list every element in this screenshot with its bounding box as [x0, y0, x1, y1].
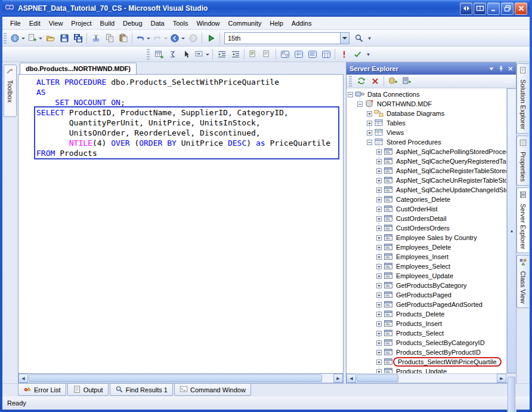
expand-icon[interactable]: +	[376, 235, 382, 241]
titlebar[interactable]: ASPNET_Data_Tutorial_70_CS - Microsoft V…	[2, 0, 530, 17]
menu-tools[interactable]: Tools	[169, 18, 193, 29]
scroll-right-icon[interactable]: ▶	[497, 374, 506, 383]
scroll-left-icon[interactable]: ◀	[347, 374, 356, 383]
tab-server-explorer[interactable]: Server Explorer	[516, 187, 529, 253]
toolbar-combobox[interactable]: 15th	[224, 32, 349, 44]
navigate-backward-icon[interactable]	[169, 32, 186, 45]
menu-project[interactable]: Project	[67, 18, 95, 29]
tree-item-getproductspagedandsorted[interactable]: +GetProductsPagedAndSorted	[348, 300, 506, 309]
scrollbar-thumb[interactable]	[508, 377, 515, 412]
expand-icon[interactable]: +	[367, 121, 372, 126]
tab-toolbox[interactable]: Toolbox	[4, 64, 17, 117]
tree-item-products-selectbyproductid[interactable]: +Products_SelectByProductID	[348, 348, 506, 357]
connect-database-icon[interactable]	[386, 75, 400, 88]
tab-output[interactable]: Output	[67, 384, 109, 396]
expand-icon[interactable]: +	[376, 331, 382, 336]
toolbar-grip[interactable]	[349, 76, 352, 87]
scrollbar-thumb[interactable]	[29, 374, 322, 382]
tree-item-getproductsbycategory[interactable]: +GetProductsByCategory	[348, 281, 506, 290]
show-sql-pane-icon[interactable]	[305, 48, 319, 61]
navigate-forward-icon[interactable]	[186, 32, 200, 45]
expand-icon[interactable]: +	[376, 178, 382, 183]
select-tool-icon[interactable]	[180, 48, 193, 61]
tree-item-employee-sales-by-country[interactable]: +Employee Sales by Country	[348, 233, 506, 242]
comment-icon[interactable]	[246, 48, 260, 61]
expand-icon[interactable]: +	[367, 130, 372, 136]
span-monitors-icon[interactable]	[474, 2, 486, 15]
move-to-monitor-icon[interactable]	[460, 2, 472, 15]
scrollbar-track[interactable]	[28, 374, 333, 383]
connect-server-icon[interactable]	[400, 75, 413, 88]
menu-data[interactable]: Data	[147, 18, 169, 29]
tree-item-products-select[interactable]: +Products_Select	[348, 328, 506, 338]
execute-sql-icon[interactable]	[337, 48, 351, 61]
expand-icon[interactable]: +	[367, 111, 372, 116]
scroll-up-icon[interactable]: ▲	[507, 88, 516, 373]
add-new-item-icon[interactable]	[26, 32, 44, 45]
tree-item-employees-update[interactable]: +Employees_Update	[348, 271, 506, 281]
expand-icon[interactable]: +	[376, 312, 382, 317]
show-results-pane-icon[interactable]	[319, 48, 333, 61]
scrollbar-thumb[interactable]	[357, 374, 398, 382]
expand-icon[interactable]: +	[376, 283, 382, 288]
tab-properties[interactable]: Properties	[516, 136, 529, 186]
tree-item-aspnet-sqlcachepollingstoredprocedure[interactable]: +AspNet_SqlCachePollingStoredProcedure	[348, 147, 506, 156]
expand-icon[interactable]: +	[376, 293, 382, 298]
toolbar-grip[interactable]	[4, 33, 7, 44]
tab-error-list[interactable]: Error List	[18, 384, 66, 396]
tree-item-northwnd-mdf[interactable]: −NORTHWND.MDF	[348, 99, 506, 109]
new-website-icon[interactable]	[9, 32, 26, 45]
expand-icon[interactable]: +	[376, 350, 382, 355]
expand-icon[interactable]: +	[376, 369, 382, 374]
open-file-icon[interactable]	[44, 32, 57, 45]
tree-item-categories-delete[interactable]: +Categories_Delete	[348, 195, 506, 204]
expand-icon[interactable]: +	[376, 149, 382, 155]
toolbar-options-icon[interactable]: ▾	[364, 48, 372, 61]
tree-item-custordersdetail[interactable]: +CustOrdersDetail	[348, 214, 506, 223]
expand-icon[interactable]: +	[376, 273, 382, 279]
expand-icon[interactable]: +	[376, 216, 382, 222]
menu-addins[interactable]: Addins	[287, 18, 316, 29]
verify-sql-icon[interactable]	[351, 48, 364, 61]
editor-tab[interactable]: dbo.Products...NORTHWND.MDF)	[20, 63, 137, 74]
tree-item-tables[interactable]: +Tables	[348, 118, 506, 128]
tree-item-aspnet-sqlcacheunregistertablestoredprocedure[interactable]: +AspNet_SqlCacheUnRegisterTableStoredPro…	[348, 176, 506, 185]
tree-item-views[interactable]: +Views	[348, 128, 506, 137]
toolbar-grip[interactable]	[147, 49, 150, 60]
scrollbar-track[interactable]	[356, 374, 497, 383]
menu-build[interactable]: Build	[96, 18, 119, 29]
collapse-icon[interactable]: −	[357, 102, 363, 107]
menu-edit[interactable]: Edit	[25, 18, 45, 29]
menu-community[interactable]: Community	[224, 18, 266, 29]
expand-icon[interactable]: +	[376, 197, 382, 202]
window-position-icon[interactable]	[487, 64, 496, 73]
menu-help[interactable]: Help	[265, 18, 287, 29]
auto-hide-pin-icon[interactable]	[496, 64, 505, 73]
expand-icon[interactable]: +	[376, 226, 382, 231]
add-group-by-icon[interactable]	[166, 48, 180, 61]
show-grid-pane-icon[interactable]	[292, 48, 305, 61]
redo-icon[interactable]	[151, 32, 169, 45]
decrease-indent-icon[interactable]	[215, 48, 228, 61]
tree-item-stored-procedures[interactable]: −Stored Procedures	[348, 137, 506, 147]
add-table-icon[interactable]	[152, 48, 166, 61]
tree-item-employees-delete[interactable]: +Employees_Delete	[348, 242, 506, 252]
expand-icon[interactable]: +	[376, 187, 382, 193]
expand-icon[interactable]: +	[376, 340, 382, 346]
tree-vertical-scrollbar[interactable]: ▲ ▼	[506, 88, 516, 373]
expand-icon[interactable]: +	[376, 359, 382, 365]
expand-icon[interactable]: +	[376, 159, 382, 164]
expand-icon[interactable]: +	[376, 264, 382, 269]
restore-icon[interactable]	[501, 2, 514, 15]
scroll-right-icon[interactable]: ▶	[333, 374, 343, 383]
expand-icon[interactable]: +	[376, 254, 382, 260]
copy-icon[interactable]	[103, 32, 116, 45]
tree-item-employees-select[interactable]: +Employees_Select	[348, 262, 506, 271]
tree-item-database-diagrams[interactable]: +Database Diagrams	[348, 109, 506, 118]
collapse-icon[interactable]: −	[367, 140, 372, 145]
refresh-icon[interactable]	[354, 75, 368, 88]
cut-icon[interactable]	[89, 32, 103, 45]
tab-command-window[interactable]: Command Window	[174, 384, 251, 396]
menu-view[interactable]: View	[45, 18, 67, 29]
change-type-icon[interactable]	[193, 48, 211, 61]
